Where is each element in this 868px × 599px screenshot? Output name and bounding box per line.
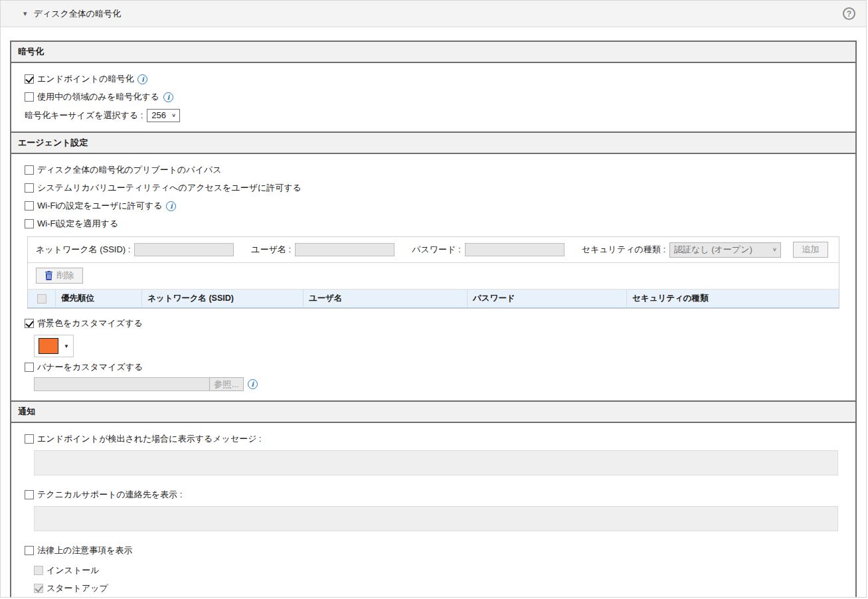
legal-install-checkbox[interactable]: [34, 566, 43, 575]
endpoint-message-textarea[interactable]: [34, 450, 838, 475]
preboot-bypass-label: ディスク全体の暗号化のプリブートのバイパス: [37, 164, 222, 176]
info-icon[interactable]: i: [166, 201, 176, 211]
support-contact-textarea[interactable]: [34, 506, 838, 531]
dropdown-arrow-icon: ▼: [64, 343, 69, 349]
section-body-notification: エンドポイントが検出された場合に表示するメッセージ : テクニカルサポートの連絡…: [11, 423, 855, 598]
encrypt-endpoint-checkbox[interactable]: [25, 74, 34, 84]
custom-banner-checkbox[interactable]: [25, 363, 34, 372]
color-swatch: [39, 338, 58, 354]
custom-bg-checkbox[interactable]: [25, 319, 34, 328]
encrypt-used-only-checkbox[interactable]: [25, 92, 34, 102]
custom-bg-label: 背景色をカスタマイズする: [37, 317, 143, 329]
table-header-ssid: ネットワーク名 (SSID): [142, 290, 304, 308]
table-header-select: [28, 290, 56, 308]
legal-startup-row: スタートアップ: [34, 582, 849, 594]
ssid-input[interactable]: [134, 243, 234, 256]
encrypt-endpoint-label: エンドポイントの暗号化: [37, 73, 133, 85]
username-label: ユーザ名 :: [251, 244, 291, 256]
ssid-label: ネットワーク名 (SSID) :: [36, 244, 130, 256]
add-button[interactable]: 追加: [793, 242, 828, 258]
apply-wifi-label: Wi-Fi設定を適用する: [37, 218, 118, 230]
allow-recovery-row: システムリカバリユーティリティへのアクセスをユーザに許可する: [25, 182, 849, 194]
endpoint-message-checkbox[interactable]: [25, 434, 34, 444]
custom-bg-row: 背景色をカスタマイズする: [25, 317, 849, 329]
username-input[interactable]: [295, 243, 394, 256]
legal-install-label: インストール: [46, 564, 100, 576]
banner-file-row: 参照... i: [34, 377, 849, 391]
section-header-agent: エージェント設定: [11, 131, 855, 154]
key-size-select[interactable]: 256 ∨: [147, 109, 180, 122]
security-type-value: 認証なし (オープン): [674, 244, 752, 256]
allow-recovery-label: システムリカバリユーティリティへのアクセスをユーザに許可する: [37, 182, 302, 194]
preboot-bypass-row: ディスク全体の暗号化のプリブートのバイパス: [25, 164, 849, 176]
delete-button-label: 削除: [56, 270, 74, 282]
full-disk-encryption-page: ▾ ディスク全体の暗号化 ? 暗号化 エンドポイントの暗号化 i 使用中の領域の…: [0, 0, 867, 598]
preboot-bypass-checkbox[interactable]: [25, 165, 34, 175]
allow-wifi-row: Wi-Fiの設定をユーザに許可する i: [25, 200, 849, 212]
bg-color-picker[interactable]: ▼: [34, 335, 74, 357]
settings-panel: 暗号化 エンドポイントの暗号化 i 使用中の領域のみを暗号化する i 暗号化キー…: [10, 41, 857, 598]
section-header-notification: 通知: [11, 400, 855, 423]
page-title: ディスク全体の暗号化: [34, 8, 122, 20]
legal-startup-checkbox[interactable]: [34, 584, 43, 593]
info-icon[interactable]: i: [163, 92, 173, 102]
wifi-settings-panel: ネットワーク名 (SSID) : ユーザ名 : パスワード : セキュリティの種…: [27, 236, 839, 309]
table-header-security: セキュリティの種類: [627, 290, 839, 308]
endpoint-message-label: エンドポイントが検出された場合に表示するメッセージ :: [37, 433, 262, 445]
key-size-row: 暗号化キーサイズを選択する : 256 ∨: [25, 109, 849, 122]
apply-wifi-row: Wi-Fi設定を適用する: [25, 218, 849, 230]
key-size-label: 暗号化キーサイズを選択する :: [25, 110, 143, 122]
allow-recovery-checkbox[interactable]: [25, 183, 34, 193]
help-icon[interactable]: ?: [843, 7, 855, 20]
legal-startup-label: スタートアップ: [46, 582, 108, 594]
section-header-encryption: 暗号化: [11, 42, 855, 63]
chevron-down-icon: ∨: [772, 246, 777, 252]
delete-button[interactable]: 削除: [36, 268, 83, 284]
banner-path-input[interactable]: [34, 377, 210, 391]
endpoint-message-row: エンドポイントが検出された場合に表示するメッセージ :: [25, 433, 849, 445]
encrypt-used-only-label: 使用中の領域のみを暗号化する: [37, 91, 159, 103]
wifi-table-header: 優先順位 ネットワーク名 (SSID) ユーザ名 パスワード セキュリティの種類: [28, 289, 839, 308]
section-body-encryption: エンドポイントの暗号化 i 使用中の領域のみを暗号化する i 暗号化キーサイズを…: [11, 63, 855, 131]
browse-button[interactable]: 参照...: [209, 377, 244, 391]
legal-install-row: インストール: [34, 564, 849, 576]
table-header-priority: 優先順位: [56, 290, 142, 308]
security-type-select[interactable]: 認証なし (オープン) ∨: [669, 242, 781, 258]
custom-banner-label: バナーをカスタマイズする: [37, 361, 143, 373]
select-all-checkbox[interactable]: [37, 294, 46, 303]
wifi-add-form: ネットワーク名 (SSID) : ユーザ名 : パスワード : セキュリティの種…: [28, 237, 839, 263]
page-header-bar[interactable]: ▾ ディスク全体の暗号化 ?: [1, 1, 866, 27]
chevron-down-icon: ∨: [171, 112, 176, 118]
password-label: パスワード :: [412, 244, 460, 256]
encrypt-endpoint-row: エンドポイントの暗号化 i: [25, 73, 849, 85]
apply-wifi-checkbox[interactable]: [25, 219, 34, 228]
info-icon[interactable]: i: [137, 74, 147, 84]
legal-notice-row: 法律上の注意事項を表示: [25, 545, 849, 556]
legal-notice-label: 法律上の注意事項を表示: [37, 545, 133, 556]
allow-wifi-checkbox[interactable]: [25, 201, 34, 211]
key-size-value: 256: [151, 110, 166, 120]
section-body-agent: ディスク全体の暗号化のプリブートのバイパス システムリカバリユーティリティへのア…: [11, 154, 855, 400]
wifi-toolbar: 削除: [28, 263, 839, 289]
info-icon[interactable]: i: [248, 379, 258, 389]
security-type-label: セキュリティの種類 :: [582, 244, 665, 256]
support-contact-checkbox[interactable]: [25, 490, 34, 499]
encrypt-used-only-row: 使用中の領域のみを暗号化する i: [25, 91, 849, 103]
password-input[interactable]: [465, 243, 564, 256]
support-contact-label: テクニカルサポートの連絡先を表示 :: [37, 489, 182, 501]
support-contact-row: テクニカルサポートの連絡先を表示 :: [25, 489, 849, 501]
collapse-chevron-icon[interactable]: ▾: [23, 9, 27, 18]
allow-wifi-label: Wi-Fiの設定をユーザに許可する: [37, 200, 162, 212]
trash-icon: [44, 271, 53, 280]
table-header-password: パスワード: [468, 290, 627, 308]
custom-banner-row: バナーをカスタマイズする: [25, 361, 849, 373]
table-header-username: ユーザ名: [304, 290, 468, 308]
legal-notice-checkbox[interactable]: [25, 546, 34, 555]
